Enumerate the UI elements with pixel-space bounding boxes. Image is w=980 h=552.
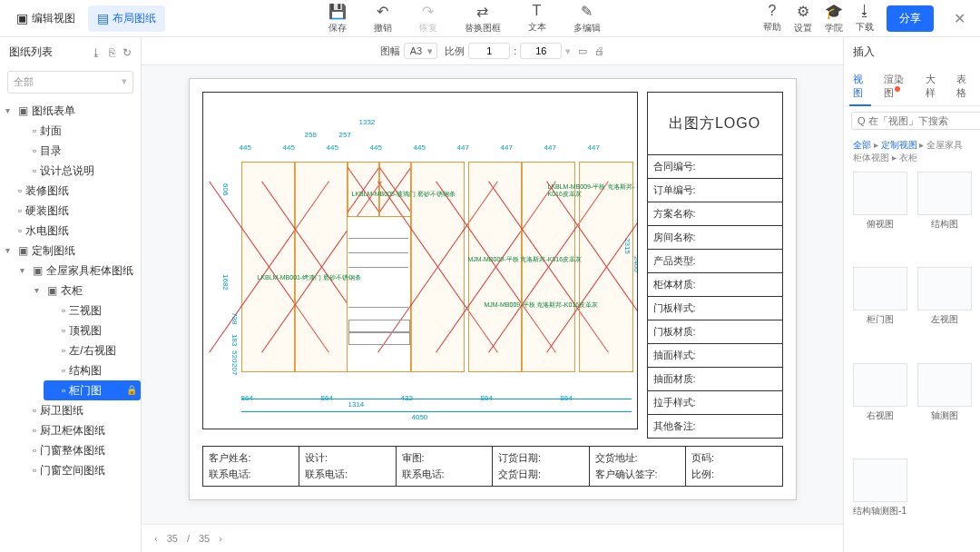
paper-size-select[interactable]: A3 <box>404 43 437 59</box>
library-button[interactable]: 🎓学院 <box>825 3 843 34</box>
layout-icon: ▤ <box>97 11 109 25</box>
ratio-left-input[interactable] <box>468 43 510 59</box>
text-button[interactable]: T文本 <box>523 1 552 36</box>
undo-button[interactable]: ↶撤销 <box>368 1 397 36</box>
info-cell: 产品类型: <box>647 250 783 273</box>
close-button[interactable]: ✕ <box>946 6 973 31</box>
insert-search-input[interactable] <box>851 112 980 130</box>
gear-icon: ⚙ <box>797 3 809 20</box>
view-thumb[interactable]: 柜门图 <box>851 267 908 357</box>
info-cell: 柜体材质: <box>647 273 783 297</box>
share-button[interactable]: 分享 <box>887 5 934 32</box>
tree-item[interactable]: ▫厨卫柜体图纸 <box>18 420 141 440</box>
tree-item[interactable]: ▫水电图纸 <box>5 221 141 241</box>
help-button[interactable]: ?帮助 <box>763 3 781 34</box>
text-icon: T <box>533 3 542 19</box>
footer-cell: 交货地址:客户确认签字: <box>590 446 687 487</box>
tree-item[interactable]: ▫门窗整体图纸 <box>18 440 141 460</box>
tree-item[interactable]: ▫设计总说明 <box>18 161 141 181</box>
tree-item[interactable]: ▾▣定制图纸 <box>5 241 141 261</box>
cube-icon: ▣ <box>16 11 28 25</box>
tree-item[interactable]: ▫目录 <box>18 141 141 161</box>
download-button[interactable]: ⭳下载 <box>856 3 874 34</box>
page-prev[interactable]: ‹ <box>154 533 158 544</box>
info-cell: 抽面材质: <box>647 368 783 391</box>
view-thumb[interactable]: 结构轴测图-1 <box>851 458 908 548</box>
pager: ‹ 35 / 35 › <box>142 524 843 552</box>
tree-item[interactable]: ▫装修图纸 <box>5 181 141 201</box>
tree-item[interactable]: ▫三视图 <box>44 301 141 320</box>
view-thumb[interactable]: 结构图 <box>916 172 973 261</box>
tree-item[interactable]: ▫厨卫图纸 <box>18 400 141 420</box>
tree-item[interactable]: ▫结构图 <box>44 360 141 380</box>
tree-item[interactable]: ▫硬装图纸 <box>5 201 141 221</box>
redo-button: ↷恢复 <box>414 1 443 36</box>
tree-item[interactable]: ▾▣全屋家具柜体图纸 <box>18 261 141 281</box>
page-total: 35 <box>199 533 210 544</box>
insert-panel: 插入 视图 渲染图 大样 表格 ▦ 全部 ▸ 定制视图 ▸ 全屋家具柜体视图 ▸… <box>843 37 980 552</box>
footer-cell: 设计:联系电话: <box>299 446 397 487</box>
help-icon: ? <box>769 3 777 19</box>
redo-icon: ↷ <box>422 3 434 20</box>
tree-item[interactable]: ▾▣图纸表单 <box>5 101 141 121</box>
footer-strip: 客户姓名:联系电话:设计:联系电话:审图:联系电话:订货日期:交货日期:交货地址… <box>202 446 783 487</box>
tree-item[interactable]: ▫门窗空间图纸 <box>18 460 141 480</box>
page-current: 35 <box>167 533 178 544</box>
drawing-sheet[interactable]: 445445445445445447447447447 258257 1332 <box>189 78 797 500</box>
ratio-right-input[interactable] <box>520 43 562 59</box>
info-cell: 门板材质: <box>647 320 783 344</box>
logo-cell: 出图方LOGO <box>647 92 783 155</box>
tree-item[interactable]: ▫柜门图🔒 <box>44 380 141 400</box>
new-page-icon[interactable]: ⎘ <box>109 46 115 59</box>
book-icon: 🎓 <box>825 3 843 20</box>
mode-tab-layout[interactable]: ▤布局图纸 <box>88 5 165 32</box>
tree-item[interactable]: ▫左/右视图 <box>44 340 141 360</box>
settings-button[interactable]: ⚙设置 <box>794 3 812 34</box>
replace-icon: ⇄ <box>476 3 488 20</box>
export-icon[interactable]: ⭳ <box>91 46 102 59</box>
info-cell: 方案名称: <box>647 202 783 226</box>
download-icon: ⭳ <box>858 3 872 19</box>
info-cell: 房间名称: <box>647 226 783 250</box>
tree-item[interactable]: ▾▣衣柜 <box>31 281 141 301</box>
print-icon[interactable]: 🖨 <box>594 45 604 56</box>
insert-tab-detail[interactable]: 大样 <box>922 67 944 105</box>
info-cell: 拉手样式: <box>647 391 783 415</box>
cabinet-drawing: 445445445445445447447447447 258257 1332 <box>202 92 638 429</box>
canvas-controls: 图幅A3 比例 : ▾ ▭ 🖨 <box>142 37 843 65</box>
view-thumb[interactable]: 左视图 <box>916 267 973 357</box>
info-cell: 抽面样式: <box>647 344 783 368</box>
mode-tab-edit[interactable]: ▣编辑视图 <box>7 5 84 32</box>
footer-cell: 订货日期:交货日期: <box>493 446 590 487</box>
page-next[interactable]: › <box>219 533 222 544</box>
undo-icon: ↶ <box>377 3 388 20</box>
view-thumb[interactable]: 右视图 <box>851 363 908 453</box>
title-block: 出图方LOGO 合同编号:订单编号:方案名称:房间名称:产品类型:柜体材质:门板… <box>647 92 783 439</box>
replace-frame-button[interactable]: ⇄替换图框 <box>459 1 506 36</box>
info-cell: 门板样式: <box>647 297 783 320</box>
tree-item[interactable]: ▫顶视图 <box>44 320 141 340</box>
insert-tab-table[interactable]: 表格 <box>953 67 975 105</box>
insert-tab-render[interactable]: 渲染图 <box>880 67 914 105</box>
fit-icon[interactable]: ▭ <box>578 45 587 57</box>
info-cell: 合同编号: <box>647 155 783 179</box>
multi-icon: ✎ <box>581 3 593 20</box>
filter-select[interactable]: 全部 ▾ <box>7 71 133 94</box>
drawing-list-panel: 图纸列表 ⭳ ⎘ ↻ 全部 ▾ ▾▣图纸表单▫封面▫目录▫设计总说明▫装修图纸▫… <box>0 37 142 552</box>
footer-cell: 审图:联系电话: <box>397 446 494 487</box>
tree-item[interactable]: ▫封面 <box>18 121 141 141</box>
info-cell: 订单编号: <box>647 179 783 202</box>
multi-edit-button[interactable]: ✎多编辑 <box>568 1 606 36</box>
top-toolbar: ▣编辑视图 ▤布局图纸 💾保存 ↶撤销 ↷恢复 ⇄替换图框 T文本 ✎多编辑 ?… <box>0 0 980 37</box>
footer-cell: 页码:比例: <box>686 446 783 487</box>
save-icon: 💾 <box>328 3 347 20</box>
insert-tab-view[interactable]: 视图 <box>849 67 871 105</box>
insert-breadcrumb: 全部 ▸ 定制视图 ▸ 全屋家具柜体视图 ▸ 衣柜 <box>844 135 980 168</box>
save-button[interactable]: 💾保存 <box>323 1 352 36</box>
info-cell: 其他备注: <box>647 415 783 439</box>
view-thumb[interactable]: 俯视图 <box>851 172 908 261</box>
view-thumb[interactable]: 轴测图 <box>916 363 973 453</box>
panel-title: 图纸列表 <box>9 44 53 60</box>
drawing-tree: ▾▣图纸表单▫封面▫目录▫设计总说明▫装修图纸▫硬装图纸▫水电图纸▾▣定制图纸▾… <box>0 97 141 552</box>
refresh-icon[interactable]: ↻ <box>122 46 132 59</box>
